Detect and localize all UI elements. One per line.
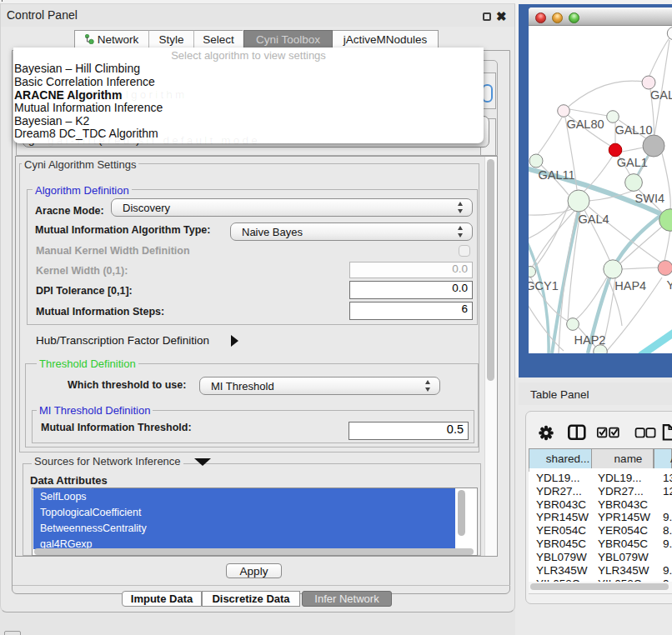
svg-text:HAP4: HAP4 xyxy=(614,279,646,292)
svg-text:GCY1: GCY1 xyxy=(529,279,559,292)
svg-text:GAL80: GAL80 xyxy=(566,118,604,131)
svg-text:GAL1: GAL1 xyxy=(617,156,648,169)
svg-text:GAL10: GAL10 xyxy=(614,123,652,137)
svg-text:GAL4: GAL4 xyxy=(578,212,609,226)
svg-text:GAL: GAL xyxy=(650,88,672,102)
svg-text:Y: Y xyxy=(667,278,672,292)
svg-text:GAL11: GAL11 xyxy=(538,168,574,182)
svg-text:HAP2: HAP2 xyxy=(574,333,606,347)
svg-text:SWI4: SWI4 xyxy=(635,192,664,205)
